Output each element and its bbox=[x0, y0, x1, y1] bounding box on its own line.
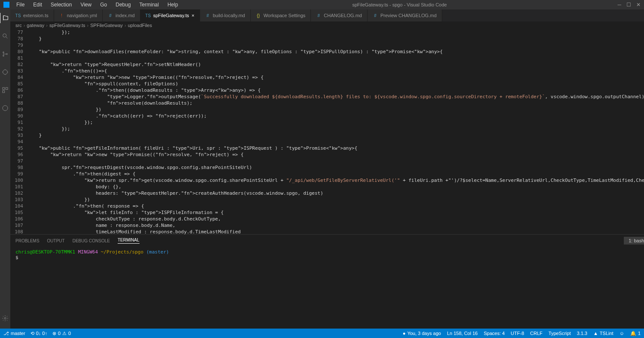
menu-bar: FileEditSelectionViewGoDebugTerminalHelp bbox=[13, 1, 182, 9]
panel-tab-terminal[interactable]: Terminal bbox=[118, 238, 140, 244]
menu-view[interactable]: View bbox=[77, 1, 95, 9]
svg-point-3 bbox=[6, 54, 8, 55]
tab-label: index.md bbox=[115, 13, 135, 18]
editor-tab[interactable]: TSspFileGateway.ts× bbox=[140, 9, 200, 21]
menu-selection[interactable]: Selection bbox=[47, 1, 75, 9]
code-editor[interactable]: 77 78 79 80 81 82 83 84 85 86 87 88 89 9… bbox=[10, 29, 644, 234]
menu-terminal[interactable]: Terminal bbox=[136, 1, 162, 9]
editor-tab[interactable]: #Preview CHANGELOG.md bbox=[368, 9, 442, 21]
tab-label: spFileGateway.ts bbox=[153, 13, 189, 18]
tab-label: CHANGELOG.md bbox=[324, 13, 362, 18]
breadcrumb[interactable]: src›gateway›spFileGateway.ts›SPFileGatew… bbox=[10, 21, 644, 29]
terminal-content[interactable]: chris@DESKTOP-70TMMK1 MINGW64 ~/Projects… bbox=[10, 247, 644, 329]
source-control-icon[interactable] bbox=[0, 49, 10, 59]
editor-tab[interactable]: {}Workspace Settings bbox=[251, 9, 311, 21]
breadcrumb-separator: › bbox=[24, 23, 25, 28]
tab-label: navigation.yml bbox=[67, 13, 97, 18]
status-version[interactable]: 3.1.3 bbox=[577, 331, 587, 336]
breadcrumb-separator: › bbox=[46, 23, 48, 28]
panel-actions: 1: bash+▥🗑^▢✕ bbox=[624, 237, 644, 244]
editor-tab[interactable]: !navigation.yml bbox=[54, 9, 103, 21]
breadcrumb-separator: › bbox=[87, 23, 89, 28]
tab-label: Workspace Settings bbox=[264, 13, 306, 18]
terminal-select[interactable]: 1: bash bbox=[624, 237, 644, 244]
svg-rect-7 bbox=[3, 91, 5, 93]
terminal-user: chris@DESKTOP-70TMMK1 bbox=[15, 249, 75, 255]
terminal-prompt[interactable]: $ bbox=[15, 255, 644, 260]
svg-rect-5 bbox=[3, 88, 5, 90]
status-sync[interactable]: ⟲ 0↓ 0↑ bbox=[30, 331, 47, 336]
editor-area: TSextension.ts!navigation.yml#index.mdTS… bbox=[10, 9, 644, 329]
status-feedback-icon[interactable]: ☺ bbox=[620, 331, 624, 336]
close-icon[interactable]: ✕ bbox=[636, 2, 641, 8]
tab-label: Preview CHANGELOG.md bbox=[380, 13, 437, 18]
md-file-icon: # bbox=[373, 13, 378, 18]
activity-bar bbox=[0, 9, 10, 329]
json-file-icon: {} bbox=[256, 13, 261, 18]
editor-tab[interactable]: #index.md bbox=[103, 9, 140, 21]
md-file-icon: # bbox=[205, 13, 210, 18]
minimize-icon[interactable]: ─ bbox=[617, 2, 621, 8]
menu-edit[interactable]: Edit bbox=[30, 1, 46, 9]
status-bell-icon[interactable]: 🔔 1 bbox=[630, 331, 641, 336]
spgo-icon[interactable] bbox=[0, 103, 10, 113]
tab-label: build-locally.md bbox=[213, 13, 245, 18]
window-controls: ─ ☐ ✕ bbox=[617, 2, 641, 8]
svg-point-9 bbox=[4, 317, 6, 319]
window-title: spFileGateway.ts - spgo - Visual Studio … bbox=[182, 2, 618, 7]
tab-label: extension.ts bbox=[23, 13, 49, 18]
settings-gear-icon[interactable] bbox=[0, 313, 10, 323]
status-blame[interactable]: ● You, 3 days ago bbox=[403, 331, 441, 336]
status-tslint[interactable]: ▲ TSLint bbox=[593, 331, 614, 336]
terminal-branch: (master) bbox=[146, 249, 169, 255]
svg-point-4 bbox=[3, 70, 8, 75]
statusbar: ⎇ master ⟲ 0↓ 0↑ ⊗ 0 ⚠ 0 ● You, 3 days a… bbox=[0, 329, 644, 338]
status-language[interactable]: TypeScript bbox=[549, 331, 571, 336]
panel-tabs: ProblemsOutputDebug ConsoleTerminal1: ba… bbox=[10, 235, 644, 247]
titlebar: FileEditSelectionViewGoDebugTerminalHelp… bbox=[0, 0, 644, 9]
breadcrumb-separator: › bbox=[125, 23, 126, 28]
terminal-path: ~/Projects/spgo bbox=[101, 249, 143, 255]
terminal-env: MINGW64 bbox=[78, 249, 101, 255]
menu-go[interactable]: Go bbox=[97, 1, 110, 9]
menu-file[interactable]: File bbox=[13, 1, 28, 9]
md-file-icon: # bbox=[316, 13, 321, 18]
vscode-logo-icon bbox=[3, 2, 9, 8]
search-icon[interactable] bbox=[0, 31, 10, 41]
breadcrumb-item[interactable]: SPFileGateway bbox=[90, 23, 123, 28]
svg-point-2 bbox=[3, 55, 4, 57]
menu-debug[interactable]: Debug bbox=[112, 1, 134, 9]
status-spaces[interactable]: Spaces: 4 bbox=[484, 331, 505, 336]
editor-tab[interactable]: #build-locally.md bbox=[200, 9, 251, 21]
breadcrumb-item[interactable]: src bbox=[15, 23, 22, 28]
bottom-panel: ProblemsOutputDebug ConsoleTerminal1: ba… bbox=[10, 234, 644, 329]
menu-help[interactable]: Help bbox=[164, 1, 182, 9]
yml-file-icon: ! bbox=[59, 13, 64, 18]
editor-tab[interactable]: TSextension.ts bbox=[10, 9, 54, 21]
svg-point-1 bbox=[3, 52, 4, 53]
panel-tab-debug-console[interactable]: Debug Console bbox=[73, 238, 110, 243]
line-gutter: 77 78 79 80 81 82 83 84 85 86 87 88 89 9… bbox=[10, 29, 27, 234]
panel-tab-output[interactable]: Output bbox=[47, 238, 65, 243]
extensions-icon[interactable] bbox=[0, 85, 10, 95]
panel-tab-problems[interactable]: Problems bbox=[15, 238, 39, 243]
status-branch[interactable]: ⎇ master bbox=[3, 331, 25, 336]
svg-point-8 bbox=[3, 106, 8, 111]
svg-point-0 bbox=[3, 34, 6, 37]
status-encoding[interactable]: UTF-8 bbox=[511, 331, 524, 336]
tab-close-icon[interactable]: × bbox=[191, 13, 194, 18]
maximize-icon[interactable]: ☐ bbox=[626, 2, 631, 8]
breadcrumb-item[interactable]: gateway bbox=[27, 23, 44, 28]
ts-file-icon: TS bbox=[146, 13, 151, 18]
status-errors[interactable]: ⊗ 0 ⚠ 0 bbox=[52, 331, 71, 336]
breadcrumb-item[interactable]: uploadFiles bbox=[128, 23, 152, 28]
code-content[interactable]: }); } "kw">public "fn">downloadFiles(rem… bbox=[27, 29, 644, 234]
editor-tab[interactable]: #CHANGELOG.md bbox=[311, 9, 368, 21]
debug-icon[interactable] bbox=[0, 67, 10, 77]
status-eol[interactable]: CRLF bbox=[530, 331, 543, 336]
ts-file-icon: TS bbox=[15, 13, 21, 18]
breadcrumb-item[interactable]: spFileGateway.ts bbox=[49, 23, 85, 28]
svg-rect-6 bbox=[6, 88, 8, 90]
status-position[interactable]: Ln 158, Col 16 bbox=[447, 331, 478, 336]
explorer-icon[interactable] bbox=[0, 13, 10, 23]
